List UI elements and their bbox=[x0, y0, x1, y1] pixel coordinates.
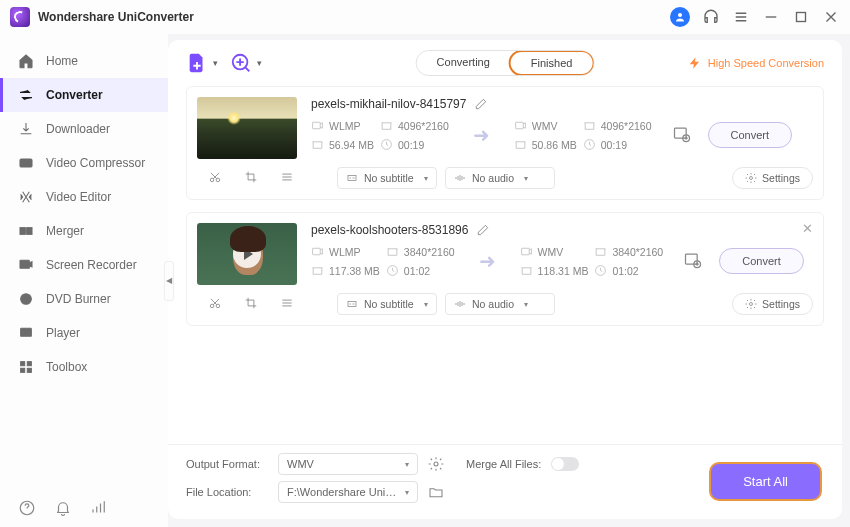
chevron-down-icon: ▾ bbox=[257, 58, 262, 68]
svg-rect-33 bbox=[348, 302, 356, 307]
sidebar-item-label: Home bbox=[46, 54, 78, 68]
sidebar-item-label: Merger bbox=[46, 224, 84, 238]
svg-rect-17 bbox=[515, 122, 523, 129]
output-format-select[interactable]: WMV▾ bbox=[278, 453, 418, 475]
close-icon[interactable] bbox=[822, 8, 840, 26]
sidebar-item-home[interactable]: Home bbox=[0, 44, 168, 78]
in-dur: 00:19 bbox=[398, 139, 424, 151]
sidebar-item-label: Video Compressor bbox=[46, 156, 145, 170]
subtitle-select[interactable]: No subtitle▾ bbox=[337, 167, 437, 189]
add-url-button[interactable]: ▾ bbox=[230, 52, 262, 74]
high-speed-link[interactable]: High Speed Conversion bbox=[688, 56, 824, 70]
user-avatar[interactable] bbox=[670, 7, 690, 27]
settings-label: Settings bbox=[762, 298, 800, 310]
sidebar-item-recorder[interactable]: Screen Recorder bbox=[0, 248, 168, 282]
svg-rect-9 bbox=[21, 362, 25, 366]
sidebar-item-converter[interactable]: Converter bbox=[0, 78, 168, 112]
trim-icon[interactable] bbox=[201, 296, 229, 313]
arrow-icon: ➜ bbox=[473, 123, 490, 147]
sidebar-item-merger[interactable]: Merger bbox=[0, 214, 168, 248]
app-logo bbox=[10, 7, 30, 27]
add-file-button[interactable]: ▾ bbox=[186, 52, 218, 74]
content: ▾ ▾ Converting Finished High Speed Conve… bbox=[168, 40, 842, 519]
play-icon[interactable] bbox=[233, 240, 261, 268]
output-settings-icon[interactable] bbox=[683, 250, 703, 273]
output-settings-icon[interactable] bbox=[672, 124, 692, 147]
svg-rect-15 bbox=[313, 122, 321, 129]
convert-button[interactable]: Convert bbox=[719, 248, 804, 274]
sidebar-item-editor[interactable]: Video Editor bbox=[0, 180, 168, 214]
svg-point-0 bbox=[678, 13, 682, 17]
subtitle-select[interactable]: No subtitle▾ bbox=[337, 293, 437, 315]
audio-value: No audio bbox=[472, 298, 514, 310]
trim-icon[interactable] bbox=[201, 170, 229, 187]
file-location-value: F:\Wondershare UniConverter bbox=[287, 486, 397, 498]
help-icon[interactable] bbox=[18, 499, 36, 517]
out-size: 118.31 MB bbox=[538, 265, 589, 277]
more-icon[interactable] bbox=[273, 170, 301, 187]
merge-toggle[interactable] bbox=[551, 457, 579, 471]
toolbar: ▾ ▾ Converting Finished High Speed Conve… bbox=[168, 40, 842, 82]
out-size: 50.86 MB bbox=[532, 139, 577, 151]
svg-point-35 bbox=[434, 462, 438, 466]
sidebar: Home Converter Downloader Video Compress… bbox=[0, 34, 168, 527]
sidebar-item-label: Downloader bbox=[46, 122, 110, 136]
svg-rect-12 bbox=[27, 368, 31, 372]
edit-icon[interactable] bbox=[476, 223, 490, 237]
sidebar-item-dvd[interactable]: DVD Burner bbox=[0, 282, 168, 316]
out-format: WMV bbox=[532, 120, 558, 132]
out-dur: 01:02 bbox=[612, 265, 638, 277]
sidebar-item-label: Toolbox bbox=[46, 360, 87, 374]
svg-rect-19 bbox=[674, 128, 686, 138]
audio-select[interactable]: No audio▾ bbox=[445, 293, 555, 315]
thumbnail[interactable] bbox=[197, 223, 297, 285]
maximize-icon[interactable] bbox=[792, 8, 810, 26]
svg-rect-5 bbox=[20, 260, 29, 268]
in-dur: 01:02 bbox=[404, 265, 430, 277]
minimize-icon[interactable] bbox=[762, 8, 780, 26]
headset-icon[interactable] bbox=[702, 8, 720, 26]
sidebar-item-toolbox[interactable]: Toolbox bbox=[0, 350, 168, 384]
file-location-select[interactable]: F:\Wondershare UniConverter▾ bbox=[278, 481, 418, 503]
tab-finished[interactable]: Finished bbox=[509, 50, 595, 76]
settings-button[interactable]: Settings bbox=[732, 293, 813, 315]
svg-rect-4 bbox=[27, 228, 32, 235]
sidebar-item-label: Player bbox=[46, 326, 80, 340]
output-format-label: Output Format: bbox=[186, 458, 268, 470]
menu-icon[interactable] bbox=[732, 8, 750, 26]
svg-rect-1 bbox=[797, 13, 806, 22]
audio-value: No audio bbox=[472, 172, 514, 184]
chevron-down-icon: ▾ bbox=[213, 58, 218, 68]
sidebar-collapse[interactable]: ◀ bbox=[164, 261, 174, 301]
out-dur: 00:19 bbox=[601, 139, 627, 151]
start-all-button[interactable]: Start All bbox=[709, 462, 822, 501]
settings-button[interactable]: Settings bbox=[732, 167, 813, 189]
more-icon[interactable] bbox=[273, 296, 301, 313]
in-format: WLMP bbox=[329, 120, 361, 132]
convert-button[interactable]: Convert bbox=[708, 122, 793, 148]
sidebar-item-compressor[interactable]: Video Compressor bbox=[0, 146, 168, 180]
thumbnail[interactable] bbox=[197, 97, 297, 159]
output-format-value: WMV bbox=[287, 458, 314, 470]
signal-icon[interactable] bbox=[90, 499, 108, 517]
audio-select[interactable]: No audio▾ bbox=[445, 167, 555, 189]
open-folder-icon[interactable] bbox=[428, 484, 444, 500]
sidebar-item-player[interactable]: Player bbox=[0, 316, 168, 350]
output-settings-icon[interactable] bbox=[428, 456, 444, 472]
sidebar-item-label: Screen Recorder bbox=[46, 258, 137, 272]
crop-icon[interactable] bbox=[237, 170, 265, 187]
file-list: pexels-mikhail-nilov-8415797 WLMP 56.94 … bbox=[168, 82, 842, 444]
file-location-label: File Location: bbox=[186, 486, 268, 498]
file-name: pexels-mikhail-nilov-8415797 bbox=[311, 97, 466, 111]
edit-icon[interactable] bbox=[474, 97, 488, 111]
tab-converting[interactable]: Converting bbox=[417, 51, 510, 75]
remove-file-icon[interactable]: ✕ bbox=[802, 221, 813, 236]
sidebar-item-label: Converter bbox=[46, 88, 103, 102]
crop-icon[interactable] bbox=[237, 296, 265, 313]
in-size: 56.94 MB bbox=[329, 139, 374, 151]
arrow-icon: ➜ bbox=[479, 249, 496, 273]
bottom-bar: Output Format: WMV▾ Merge All Files: Fil… bbox=[168, 444, 842, 519]
sidebar-item-downloader[interactable]: Downloader bbox=[0, 112, 168, 146]
bell-icon[interactable] bbox=[54, 499, 72, 517]
high-speed-label: High Speed Conversion bbox=[708, 57, 824, 69]
